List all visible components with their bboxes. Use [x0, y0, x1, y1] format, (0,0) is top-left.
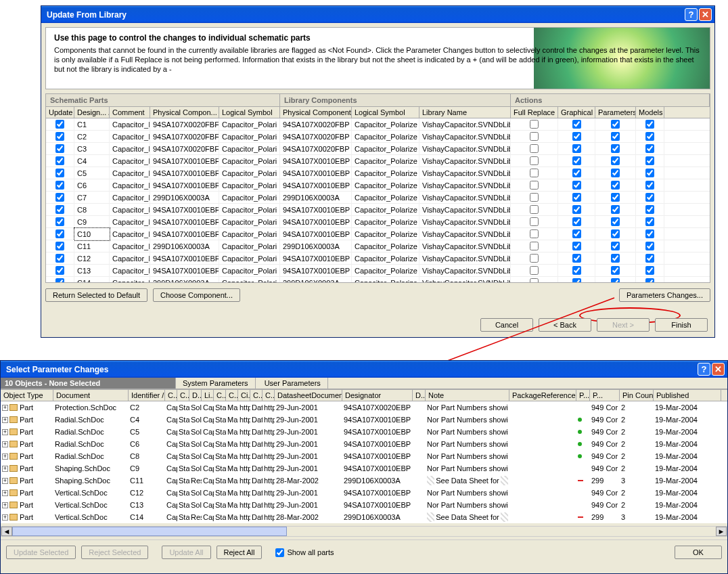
table-row[interactable]: +PartVertical.SchDocC12Cap.StarSolicCap.… — [1, 487, 727, 499]
parameters-checkbox[interactable] — [611, 144, 620, 153]
update-checkbox[interactable] — [55, 242, 64, 250]
table-row[interactable]: C14Capacitor_I299D106X0003ACapacitor_Pol… — [46, 277, 710, 283]
parameters-checkbox[interactable] — [611, 169, 620, 177]
col-c4[interactable]: C... — [226, 390, 238, 401]
expand-icon[interactable]: + — [2, 490, 8, 496]
group-actions[interactable]: Actions — [511, 94, 710, 106]
parameters-checkbox[interactable] — [611, 205, 620, 214]
reject-all-button[interactable]: Reject All — [217, 546, 263, 559]
models-checkbox[interactable] — [645, 193, 654, 202]
models-checkbox[interactable] — [645, 205, 654, 214]
close-icon[interactable]: ✕ — [712, 363, 725, 376]
parameters-checkbox[interactable] — [611, 193, 620, 202]
tab-system-parameters[interactable]: System Parameters — [176, 378, 256, 389]
col-pin-count[interactable]: Pin Count — [620, 390, 654, 401]
graphical-checkbox[interactable] — [572, 266, 581, 275]
graphical-checkbox[interactable] — [572, 229, 581, 238]
designator-cell[interactable]: C12 — [74, 252, 110, 265]
designator-cell[interactable]: C3 — [74, 143, 110, 155]
fullreplace-checkbox[interactable] — [530, 181, 539, 190]
col-designator[interactable]: Designator — [342, 390, 413, 401]
table-row[interactable]: +PartProtection.SchDocC2Cap.StarSolicCap… — [1, 401, 727, 414]
designator-cell[interactable]: C9 — [74, 216, 110, 228]
fullreplace-checkbox[interactable] — [530, 169, 539, 177]
graphical-checkbox[interactable] — [572, 205, 581, 214]
table-row[interactable]: C1Capacitor_I94SA107X0020FBFCapacitor_Po… — [46, 118, 710, 131]
update-checkbox[interactable] — [55, 205, 64, 214]
col-c7[interactable]: C... — [263, 390, 275, 401]
help-icon[interactable]: ? — [685, 8, 698, 21]
fullreplace-checkbox[interactable] — [530, 266, 539, 275]
titlebar[interactable]: Select Parameter Changes ? ✕ — [1, 361, 727, 378]
table-row[interactable]: C9Capacitor_I94SA107X0010EBFCapacitor_Po… — [46, 216, 710, 228]
col-comment[interactable]: Comment — [110, 107, 150, 118]
col-l1[interactable]: Li... — [202, 390, 214, 401]
models-checkbox[interactable] — [645, 132, 654, 141]
models-checkbox[interactable] — [645, 120, 654, 129]
table-row[interactable]: +PartVertical.SchDocC14Cap.StarResiCap.S… — [1, 511, 727, 523]
models-checkbox[interactable] — [645, 242, 654, 250]
graphical-checkbox[interactable] — [572, 278, 581, 283]
table-row[interactable]: C8Capacitor_I94SA107X0010EBFCapacitor_Po… — [46, 204, 710, 216]
models-checkbox[interactable] — [645, 181, 654, 190]
table-row[interactable]: C4Capacitor_I94SA107X0010EBFCapacitor_Po… — [46, 155, 710, 167]
col-physical-component-lib[interactable]: Physical Component — [280, 107, 352, 118]
table-row[interactable]: +PartShaping.SchDocC9Cap.StarSolicCap.St… — [1, 462, 727, 474]
col-logical-symbol[interactable]: Logical Symbol — [219, 107, 280, 118]
fullreplace-checkbox[interactable] — [530, 242, 539, 250]
parameters-checkbox[interactable] — [611, 120, 620, 129]
col-physical-component[interactable]: Physical Compon... — [150, 107, 219, 118]
col-logical-symbol-lib[interactable]: Logical Symbol — [352, 107, 419, 118]
scroll-right-icon[interactable]: ► — [716, 527, 727, 536]
ok-button[interactable]: OK — [675, 546, 722, 559]
expand-icon[interactable]: + — [2, 502, 8, 508]
col-d[interactable]: D.. — [413, 390, 426, 401]
designator-cell[interactable]: C7 — [74, 192, 110, 204]
update-checkbox[interactable] — [55, 120, 64, 129]
table-row[interactable]: C10Capacitor_I94SA107X0010EBFCapacitor_P… — [46, 228, 710, 240]
choose-component-button[interactable]: Choose Component... — [153, 288, 240, 302]
parameters-checkbox[interactable] — [611, 278, 620, 283]
designator-cell[interactable]: C4 — [74, 155, 110, 167]
fullreplace-checkbox[interactable] — [530, 229, 539, 238]
models-checkbox[interactable] — [645, 229, 654, 238]
col-identifier[interactable]: Identifier / — [129, 390, 165, 401]
fullreplace-checkbox[interactable] — [530, 254, 539, 263]
col-models[interactable]: Models — [636, 107, 664, 118]
col-document[interactable]: Document — [53, 390, 129, 401]
fullreplace-checkbox[interactable] — [530, 120, 539, 129]
col-c1[interactable]: C... — [165, 390, 177, 401]
group-library-components[interactable]: Library Components — [280, 94, 511, 106]
update-checkbox[interactable] — [55, 132, 64, 141]
table-row[interactable]: +PartVertical.SchDocC13Cap.StarSolicCap.… — [1, 499, 727, 511]
col-update[interactable]: Update — [46, 107, 74, 118]
table-row[interactable]: C2Capacitor_I94SA107X0020FBFCapacitor_Po… — [46, 131, 710, 143]
graphical-checkbox[interactable] — [572, 217, 581, 226]
designator-cell[interactable]: C8 — [74, 204, 110, 216]
show-all-parts-label[interactable]: Show all parts — [275, 548, 334, 557]
graphical-checkbox[interactable] — [572, 169, 581, 177]
expand-icon[interactable]: + — [2, 441, 8, 447]
expand-icon[interactable]: + — [2, 514, 8, 521]
designator-cell[interactable]: C13 — [74, 265, 110, 277]
graphical-checkbox[interactable] — [572, 254, 581, 263]
parameters-checkbox[interactable] — [611, 132, 620, 141]
models-checkbox[interactable] — [645, 278, 654, 283]
designator-cell[interactable]: C2 — [74, 131, 110, 143]
graphical-checkbox[interactable] — [572, 193, 581, 202]
update-checkbox[interactable] — [55, 169, 64, 177]
parameters-checkbox[interactable] — [611, 254, 620, 263]
expand-icon[interactable]: + — [2, 405, 8, 411]
parameters-checkbox[interactable] — [611, 181, 620, 190]
col-graphical[interactable]: Graphical — [558, 107, 595, 118]
parameters-checkbox[interactable] — [611, 156, 620, 165]
col-p2[interactable]: P... — [590, 390, 620, 401]
table-row[interactable]: +PartRadial.SchDocC8Cap.StarSolicCap.Sta… — [1, 450, 727, 462]
fullreplace-checkbox[interactable] — [530, 156, 539, 165]
close-icon[interactable]: ✕ — [699, 8, 712, 21]
fullreplace-checkbox[interactable] — [530, 205, 539, 214]
models-checkbox[interactable] — [645, 144, 654, 153]
designator-cell[interactable]: C10 — [74, 228, 110, 240]
table-row[interactable]: C12Capacitor_I94SA107X0010EBFCapacitor_P… — [46, 252, 710, 265]
expand-icon[interactable]: + — [2, 429, 8, 435]
